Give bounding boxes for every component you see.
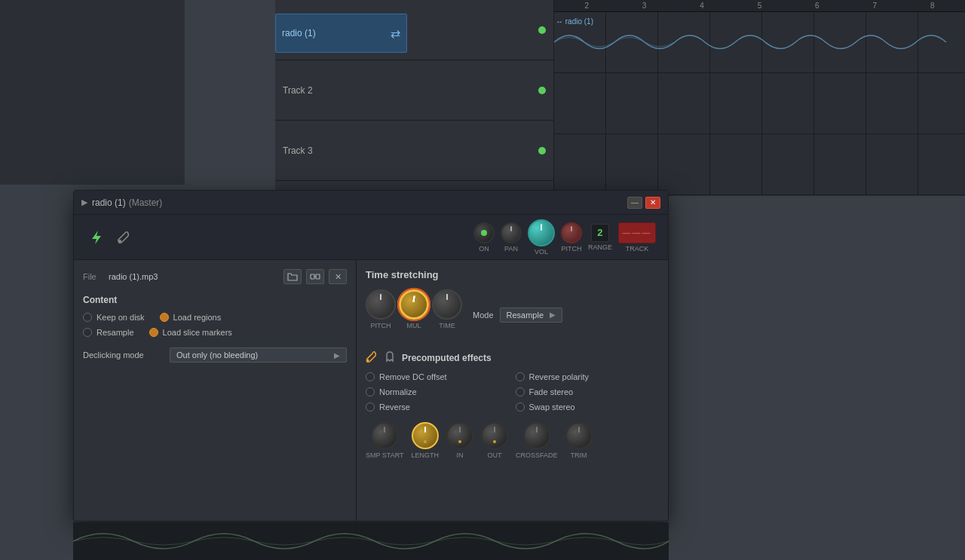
in-knob[interactable] — [446, 422, 473, 449]
in-group: IN — [446, 422, 473, 459]
declick-arrow-icon: ▶ — [334, 351, 340, 360]
load-slice-radio — [149, 328, 158, 337]
svg-marker-1 — [92, 231, 101, 244]
pitch-ts-label: PITCH — [371, 322, 391, 329]
effect-normalize[interactable]: Normalize — [366, 387, 510, 396]
svg-text:↔ radio (1): ↔ radio (1) — [556, 17, 593, 26]
effect-remove-dc[interactable]: Remove DC offset — [366, 372, 510, 381]
trim-knob[interactable] — [565, 422, 593, 449]
waveform-svg: ↔ radio (1) — [554, 14, 965, 72]
precomp-title: Precomputed effects — [402, 353, 492, 363]
dialog-window: ▶ radio (1) (Master) — ✕ — [73, 190, 669, 522]
pitch-ts-knob-group: PITCH — [366, 289, 396, 329]
out-group: OUT — [481, 422, 508, 459]
on-led — [481, 230, 487, 236]
track-group: ——— TRACK — [618, 222, 656, 252]
grid-row-1: ↔ radio (1) — [554, 12, 965, 73]
dialog-title-suffix: (Master) — [129, 197, 163, 208]
left-mixer-panel — [0, 0, 185, 185]
precomputed-effects-header: Precomputed effects — [366, 350, 659, 365]
track-3-dot — [538, 147, 546, 155]
declick-dropdown[interactable]: Out only (no bleeding) ▶ — [170, 347, 347, 363]
track-item-2: Track 2 — [275, 60, 553, 121]
ts-knob-row: PITCH MUL TIME — [366, 289, 462, 329]
waveform-display: ↔ radio (1) — [554, 14, 965, 72]
waveform-bottom-svg — [73, 522, 669, 560]
dialog-left-panel: File radio (1).mp3 ✕ Content — [74, 260, 357, 521]
load-regions-option[interactable]: Load regions — [160, 313, 222, 322]
on-label: ON — [479, 245, 489, 252]
keep-on-disk-option[interactable]: Keep on disk — [83, 313, 145, 322]
dialog-right-panel: Time stretching PITCH MUL — [357, 260, 668, 521]
swap-stereo-label: Swap stereo — [529, 402, 575, 412]
pitch-knob[interactable] — [561, 222, 582, 243]
grid-row-2 — [554, 73, 965, 134]
vol-knob[interactable] — [528, 219, 555, 246]
range-group: 2 RANGE — [588, 224, 612, 251]
crossfade-group: CROSSFADE — [516, 422, 558, 459]
track-button[interactable]: ——— — [618, 222, 656, 243]
keep-on-disk-radio — [83, 313, 92, 322]
mode-value: Resample — [507, 311, 544, 320]
effect-reverse-polarity[interactable]: Reverse polarity — [516, 372, 660, 381]
clear-file-button[interactable]: ✕ — [329, 269, 347, 284]
track-2-label: Track 2 — [283, 85, 313, 96]
mul-label: MUL — [406, 322, 421, 329]
effect-swap-stereo[interactable]: Swap stereo — [516, 402, 660, 412]
load-slice-markers-option[interactable]: Load slice markers — [149, 328, 232, 337]
time-stretch-title: Time stretching — [366, 269, 659, 280]
vol-knob-group: VOL — [528, 219, 555, 256]
effect-fade-stereo[interactable]: Fade stereo — [516, 387, 660, 396]
dialog-titlebar: ▶ radio (1) (Master) — ✕ — [74, 191, 668, 215]
swap-stereo-radio — [516, 402, 525, 412]
title-arrow-icon: ▶ — [81, 197, 87, 207]
effect-reverse[interactable]: Reverse — [366, 402, 510, 412]
arrow-right-icon: ⇄ — [391, 26, 400, 41]
time-ts-knob[interactable] — [432, 289, 462, 320]
svg-point-6 — [367, 360, 369, 362]
mul-knob-group: MUL — [399, 289, 429, 329]
on-knob[interactable] — [473, 222, 495, 243]
declick-value: Out only (no bleeding) — [176, 350, 258, 360]
crossfade-knob[interactable] — [523, 422, 550, 449]
smp-start-knob[interactable] — [371, 422, 398, 449]
normalize-radio — [366, 387, 375, 396]
mode-label: Mode — [473, 311, 494, 320]
pitch-label: PITCH — [561, 245, 581, 252]
trim-label: TRIM — [571, 451, 587, 459]
remove-dc-label: Remove DC offset — [379, 372, 447, 381]
lightning-icon[interactable] — [86, 227, 107, 248]
length-group: LENGTH — [412, 422, 440, 459]
content-options: Keep on disk Load regions Resample Load … — [83, 313, 347, 337]
svg-point-2 — [118, 240, 121, 243]
mul-knob[interactable] — [399, 289, 429, 320]
svg-rect-4 — [316, 274, 320, 279]
range-value[interactable]: 2 — [591, 224, 609, 242]
fade-stereo-label: Fade stereo — [529, 387, 574, 396]
pitch-ts-knob[interactable] — [366, 289, 396, 320]
file-row: File radio (1).mp3 ✕ — [83, 269, 347, 284]
link-button[interactable] — [306, 269, 324, 284]
resample-option[interactable]: Resample — [83, 328, 134, 337]
keep-on-disk-label: Keep on disk — [96, 313, 145, 322]
track-1-dot — [538, 26, 546, 34]
load-slice-label: Load slice markers — [163, 328, 232, 337]
reverse-radio — [366, 402, 375, 412]
track-dashes: ——— — [623, 228, 652, 237]
precomp-wrench-icon — [366, 350, 378, 365]
mode-arrow-icon: ▶ — [550, 311, 556, 319]
reverse-label: Reverse — [379, 402, 410, 412]
wrench-icon[interactable] — [113, 227, 134, 248]
mode-dropdown[interactable]: Resample ▶ — [500, 308, 563, 323]
folder-button[interactable] — [283, 269, 302, 284]
time-ts-label: TIME — [439, 322, 455, 329]
trim-group: TRIM — [565, 422, 593, 459]
minimize-button[interactable]: — — [627, 197, 642, 209]
knob-bar: ON PAN VOL PITCH 2 RANGE — [74, 215, 668, 260]
pitch-knob-group: PITCH — [561, 222, 582, 252]
length-knob[interactable] — [412, 422, 439, 449]
pan-knob[interactable] — [501, 222, 522, 243]
out-knob[interactable] — [481, 422, 508, 449]
time-ts-knob-group: TIME — [432, 289, 462, 329]
close-button[interactable]: ✕ — [645, 197, 660, 209]
